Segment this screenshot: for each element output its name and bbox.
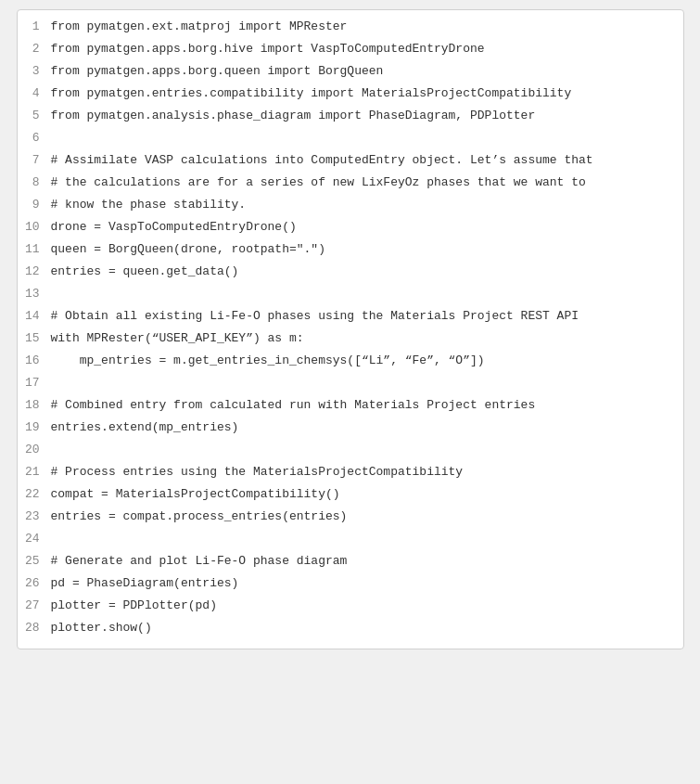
line-number: 24 [18,530,51,549]
line-number: 9 [18,196,51,215]
line-content: # Generate and plot Li-Fe-O phase diagra… [51,552,683,572]
code-line: 17 [18,374,683,396]
code-line: 12entries = queen.get_data() [18,263,683,285]
code-line: 26pd = PhaseDiagram(entries) [18,574,683,597]
line-number: 1 [18,18,51,37]
code-line: 22compat = MaterialsProjectCompatibility… [18,485,683,508]
line-number: 27 [18,597,51,616]
line-content: from pymatgen.entries.compatibility impo… [51,84,683,104]
code-line: 3from pymatgen.apps.borg.queen import Bo… [18,62,683,84]
line-content: entries = queen.get_data() [51,263,683,282]
line-content: from pymatgen.apps.borg.hive import Vasp… [51,40,683,59]
line-number: 6 [18,129,51,148]
line-content: plotter = PDPlotter(pd) [51,597,683,616]
code-line: 1from pymatgen.ext.matproj import MPRest… [18,18,683,40]
line-content: plotter.show() [51,619,683,638]
line-content: # know the phase stability. [51,196,683,215]
line-number: 4 [18,84,51,104]
line-number: 8 [18,174,51,193]
line-number: 14 [18,307,51,327]
line-content: # Process entries using the MaterialsPro… [51,463,683,482]
line-number: 11 [18,240,51,260]
code-line: 28plotter.show() [18,619,683,641]
code-block: 1from pymatgen.ext.matproj import MPRest… [17,9,684,649]
line-content: # Assimilate VASP calculations into Comp… [51,151,683,171]
line-number: 16 [18,352,51,371]
code-line: 14# Obtain all existing Li-Fe-O phases u… [18,307,683,329]
line-number: 26 [18,574,51,594]
line-content: compat = MaterialsProjectCompatibility() [51,485,683,505]
line-number: 5 [18,107,51,126]
code-line: 5from pymatgen.analysis.phase_diagram im… [18,107,683,129]
code-line: 10drone = VaspToComputedEntryDrone() [18,218,683,240]
code-line: 21# Process entries using the MaterialsP… [18,463,683,485]
code-line: 25# Generate and plot Li-Fe-O phase diag… [18,552,683,574]
line-content: # Obtain all existing Li-Fe-O phases usi… [51,307,683,327]
line-content: # the calculations are for a series of n… [51,174,683,193]
line-content: from pymatgen.analysis.phase_diagram imp… [51,107,683,126]
line-number: 15 [18,329,51,349]
code-line: 6 [18,129,683,151]
code-line: 2from pymatgen.apps.borg.hive import Vas… [18,40,683,62]
code-line: 15with MPRester(“USER_API_KEY”) as m: [18,329,683,352]
line-content: from pymatgen.apps.borg.queen import Bor… [51,62,683,82]
line-number: 12 [18,263,51,282]
line-content: drone = VaspToComputedEntryDrone() [51,218,683,238]
code-line: 7# Assimilate VASP calculations into Com… [18,151,683,174]
line-number: 21 [18,463,51,482]
line-number: 10 [18,218,51,238]
code-line: 20 [18,441,683,463]
line-number: 19 [18,418,51,438]
line-number: 28 [18,619,51,638]
line-number: 7 [18,151,51,171]
code-line: 9# know the phase stability. [18,196,683,218]
line-content: # Combined entry from calculated run wit… [51,396,683,416]
line-number: 2 [18,40,51,59]
code-line: 16 mp_entries = m.get_entries_in_chemsys… [18,352,683,374]
code-line: 11queen = BorgQueen(drone, rootpath=".") [18,240,683,263]
code-line: 24 [18,530,683,552]
line-number: 23 [18,508,51,527]
line-number: 22 [18,485,51,505]
code-line: 13 [18,285,683,307]
code-line: 27plotter = PDPlotter(pd) [18,597,683,619]
line-number: 17 [18,374,51,393]
line-content: entries.extend(mp_entries) [51,418,683,438]
line-content: queen = BorgQueen(drone, rootpath=".") [51,240,683,260]
line-content: entries = compat.process_entries(entries… [51,508,683,527]
line-number: 25 [18,552,51,572]
line-number: 3 [18,62,51,82]
line-content: with MPRester(“USER_API_KEY”) as m: [51,329,683,349]
line-number: 20 [18,441,51,460]
line-number: 18 [18,396,51,416]
line-number: 13 [18,285,51,304]
code-line: 18# Combined entry from calculated run w… [18,396,683,418]
code-line: 23entries = compat.process_entries(entri… [18,508,683,530]
code-line: 8# the calculations are for a series of … [18,174,683,196]
line-content: mp_entries = m.get_entries_in_chemsys([“… [51,352,683,371]
code-line: 4from pymatgen.entries.compatibility imp… [18,84,683,107]
code-line: 19entries.extend(mp_entries) [18,418,683,441]
line-content: from pymatgen.ext.matproj import MPReste… [51,18,683,37]
line-content: pd = PhaseDiagram(entries) [51,574,683,594]
